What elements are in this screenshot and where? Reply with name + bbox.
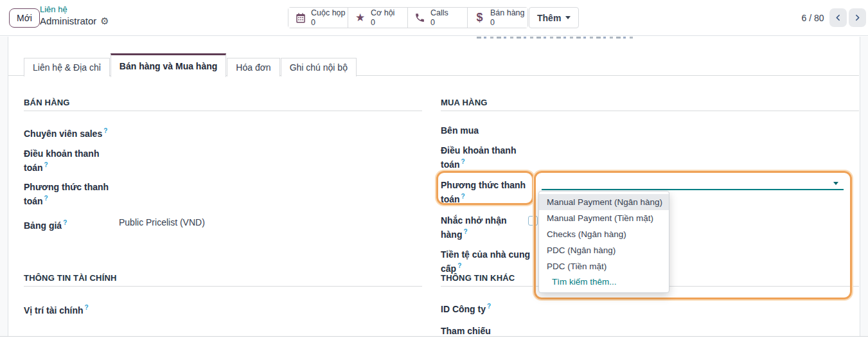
help-icon[interactable]: ? bbox=[44, 195, 48, 202]
section-title-financial: THÔNG TIN TÀI CHÍNH bbox=[24, 271, 422, 287]
field-row-payment-method-sale: Phương thức thanh toán? bbox=[24, 182, 422, 207]
dropdown-caret-icon[interactable] bbox=[833, 182, 838, 185]
chevron-left-icon bbox=[834, 13, 842, 22]
stat-label: Cuộc họp bbox=[311, 9, 346, 17]
help-icon[interactable]: ? bbox=[461, 158, 465, 165]
notebook-tabs: Liên hệ & Địa chỉ Bán hàng và Mua hàng H… bbox=[24, 53, 357, 76]
stat-count: 0 bbox=[371, 19, 394, 27]
stat-count: 0 bbox=[430, 19, 448, 27]
help-icon[interactable]: ? bbox=[63, 219, 67, 226]
help-icon[interactable]: ? bbox=[463, 228, 467, 235]
star-icon: ★ bbox=[354, 12, 366, 24]
receipt-reminder-checkbox[interactable] bbox=[528, 216, 538, 226]
pager-value: 6 / 80 bbox=[799, 13, 827, 23]
help-icon[interactable]: ? bbox=[457, 262, 461, 269]
section-title-purchase: MUA HÀNG bbox=[441, 95, 859, 111]
stat-button-opportunities[interactable]: ★ Cơ hội 0 bbox=[348, 8, 408, 28]
stat-button-group: Cuộc họp 0 ★ Cơ hội 0 Calls 0 bbox=[288, 7, 528, 28]
section-financial: THÔNG TIN TÀI CHÍNH Vị trí tài chính? bbox=[24, 271, 422, 325]
new-button[interactable]: Mới bbox=[9, 8, 40, 28]
dollar-icon: $ bbox=[474, 12, 486, 24]
tab-internal-notes[interactable]: Ghi chú nội bộ bbox=[281, 58, 357, 76]
dropdown-option[interactable]: PDC (Ngân hàng) bbox=[539, 242, 669, 258]
field-row-payment-terms-purchase: Điều khoản thanh toán? bbox=[441, 145, 859, 170]
breadcrumb: Liên hệ Administrator⚙ bbox=[40, 4, 109, 26]
company-id-field[interactable] bbox=[535, 301, 859, 312]
help-icon[interactable]: ? bbox=[85, 304, 89, 311]
odoo-contact-form-window: Mới Liên hệ Administrator⚙ Cuộc họp 0 ★ bbox=[0, 0, 868, 338]
field-label-receipt-reminder: Nhắc nhở nhận hàng? bbox=[441, 215, 535, 240]
caret-down-icon bbox=[565, 16, 571, 19]
stat-label: Cơ hội bbox=[371, 9, 394, 17]
field-row-company-id: ID Công ty? bbox=[441, 301, 859, 315]
breadcrumb-app-link[interactable]: Liên hệ bbox=[40, 4, 67, 14]
field-row-salesperson: Chuyên viên sales? bbox=[24, 125, 422, 139]
gear-icon[interactable]: ⚙ bbox=[100, 15, 109, 26]
help-icon[interactable]: ? bbox=[487, 303, 491, 310]
calendar-icon bbox=[294, 12, 306, 24]
sheet-left-margin bbox=[0, 37, 8, 336]
field-label-salesperson: Chuyên viên sales? bbox=[24, 125, 119, 139]
sheet-right-margin bbox=[860, 37, 868, 336]
field-label-payment-terms-purchase: Điều khoản thanh toán? bbox=[441, 145, 535, 170]
stat-button-meetings[interactable]: Cuộc họp 0 bbox=[288, 8, 348, 28]
phone-icon bbox=[414, 12, 426, 24]
section-title-sales: BÁN HÀNG bbox=[24, 95, 422, 111]
fiscal-position-field[interactable] bbox=[119, 302, 422, 313]
help-icon[interactable]: ? bbox=[103, 127, 107, 134]
tab-sales-purchase[interactable]: Bán hàng và Mua hàng bbox=[111, 53, 226, 77]
salesperson-field[interactable] bbox=[119, 125, 422, 136]
field-row-fiscal-position: Vị trí tài chính? bbox=[24, 302, 422, 316]
dropdown-option[interactable]: Checks (Ngân hàng) bbox=[539, 226, 669, 242]
field-label-fiscal-position: Vị trí tài chính? bbox=[24, 302, 119, 316]
field-label-reference: Tham chiếu bbox=[441, 326, 535, 337]
payment-terms-sale-field[interactable] bbox=[119, 148, 422, 159]
field-label-payment-terms-sale: Điều khoản thanh toán? bbox=[24, 148, 119, 173]
payment-terms-purchase-field[interactable] bbox=[535, 145, 859, 156]
dropdown-option[interactable]: Manual Payment (Tiền mặt) bbox=[539, 210, 669, 226]
help-icon[interactable]: ? bbox=[44, 161, 48, 168]
search-more-link[interactable]: Tìm kiếm thêm... bbox=[539, 274, 669, 289]
tab-contacts-addresses[interactable]: Liên hệ & Địa chỉ bbox=[24, 58, 110, 76]
stat-label: Calls bbox=[430, 9, 448, 17]
field-label-payment-method-purchase: Phương thức thanh toán? bbox=[441, 180, 535, 205]
help-icon[interactable]: ? bbox=[461, 193, 465, 200]
pager-next-button[interactable] bbox=[849, 8, 866, 27]
page-title: Administrator bbox=[40, 15, 96, 26]
dropdown-option[interactable]: Manual Payment (Ngân hàng) bbox=[539, 194, 669, 210]
reference-field[interactable] bbox=[535, 326, 859, 337]
dropdown-option[interactable]: PDC (Tiền mặt) bbox=[539, 258, 669, 274]
stat-button-sales[interactable]: $ Bán hàng 0 bbox=[468, 8, 527, 28]
field-label-payment-method-sale: Phương thức thanh toán? bbox=[24, 182, 119, 207]
tab-invoicing[interactable]: Hóa đơn bbox=[227, 58, 279, 76]
stat-count: 0 bbox=[311, 19, 346, 27]
buyer-field[interactable] bbox=[535, 125, 859, 136]
field-label-company-id: ID Công ty? bbox=[441, 301, 535, 315]
pager-previous-button[interactable] bbox=[829, 8, 847, 27]
field-label-pricelist: Bảng giá? bbox=[24, 217, 119, 231]
payment-method-input[interactable] bbox=[542, 178, 844, 190]
field-row-reference: Tham chiếu bbox=[441, 326, 859, 337]
stat-button-calls[interactable]: Calls 0 bbox=[408, 8, 468, 28]
payment-method-sale-field[interactable] bbox=[119, 182, 422, 193]
more-button[interactable]: Thêm bbox=[529, 7, 579, 28]
stat-count: 0 bbox=[490, 19, 525, 27]
section-sales: BÁN HÀNG Chuyên viên sales? Điều khoản t… bbox=[24, 95, 422, 240]
payment-method-dropdown-menu: Manual Payment (Ngân hàng) Manual Paymen… bbox=[538, 191, 669, 293]
field-row-buyer: Bên mua bbox=[441, 125, 859, 136]
chevron-right-icon bbox=[853, 13, 862, 22]
field-label-buyer: Bên mua bbox=[441, 125, 535, 136]
stat-label: Bán hàng bbox=[490, 9, 525, 17]
field-row-payment-terms-sale: Điều khoản thanh toán? bbox=[24, 148, 422, 173]
control-panel: Mới Liên hệ Administrator⚙ Cuộc họp 0 ★ bbox=[0, 0, 868, 36]
field-row-pricelist: Bảng giá? Public Pricelist (VND) bbox=[24, 217, 422, 231]
pricelist-field[interactable]: Public Pricelist (VND) bbox=[119, 217, 422, 228]
clipped-text-fragment bbox=[477, 37, 636, 39]
